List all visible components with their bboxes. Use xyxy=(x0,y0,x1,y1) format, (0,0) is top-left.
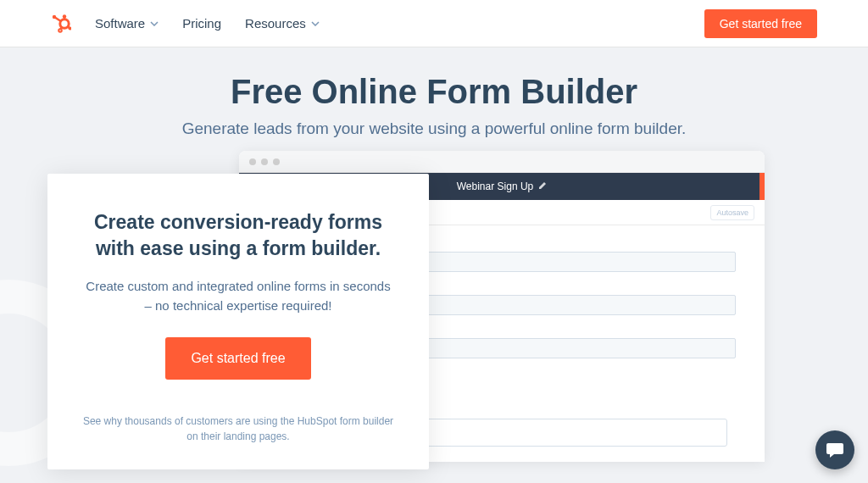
hero-section: Free Online Form Builder Generate leads … xyxy=(0,47,868,147)
nav-label: Pricing xyxy=(182,16,221,31)
nav-software[interactable]: Software xyxy=(95,16,159,31)
main-nav: Software Pricing Resources xyxy=(95,16,320,31)
window-dot xyxy=(261,158,268,165)
svg-line-4 xyxy=(68,26,70,28)
accent-stripe xyxy=(760,173,765,200)
nav-resources[interactable]: Resources xyxy=(245,16,320,31)
svg-line-8 xyxy=(61,27,62,30)
hubspot-sprocket-icon xyxy=(51,14,71,34)
hero-card: Create conversion-ready forms with ease … xyxy=(47,174,429,469)
card-title: Create conversion-ready forms with ease … xyxy=(81,209,395,262)
autosave-badge: Autosave xyxy=(710,205,754,220)
pencil-edit-icon[interactable] xyxy=(538,180,547,192)
card-cta-button[interactable]: Get started free xyxy=(165,337,310,380)
card-fineprint: See why thousands of customers are using… xyxy=(81,414,395,444)
hero-subtitle: Generate leads from your website using a… xyxy=(171,119,697,138)
window-dot xyxy=(273,158,280,165)
chat-icon xyxy=(825,440,845,460)
nav-label: Software xyxy=(95,16,145,31)
hubspot-logo[interactable] xyxy=(51,14,71,34)
svg-point-6 xyxy=(53,14,56,18)
window-dot xyxy=(249,158,256,165)
card-subtitle: Create custom and integrated online form… xyxy=(81,277,395,315)
demo-form-title: Webinar Sign Up xyxy=(457,180,534,192)
chevron-down-icon xyxy=(311,19,320,28)
hero-title: Free Online Form Builder xyxy=(17,73,851,111)
browser-chrome xyxy=(239,151,765,173)
content-area: Webinar Sign Up Form Options Test Autosa… xyxy=(0,147,868,483)
chevron-down-icon xyxy=(150,19,159,28)
header-cta-button[interactable]: Get started free xyxy=(704,9,817,38)
header-left: Software Pricing Resources xyxy=(51,14,320,34)
chat-widget-button[interactable] xyxy=(815,430,854,469)
nav-pricing[interactable]: Pricing xyxy=(182,16,221,31)
nav-label: Resources xyxy=(245,16,306,31)
main-header: Software Pricing Resources Get started f… xyxy=(0,0,868,47)
